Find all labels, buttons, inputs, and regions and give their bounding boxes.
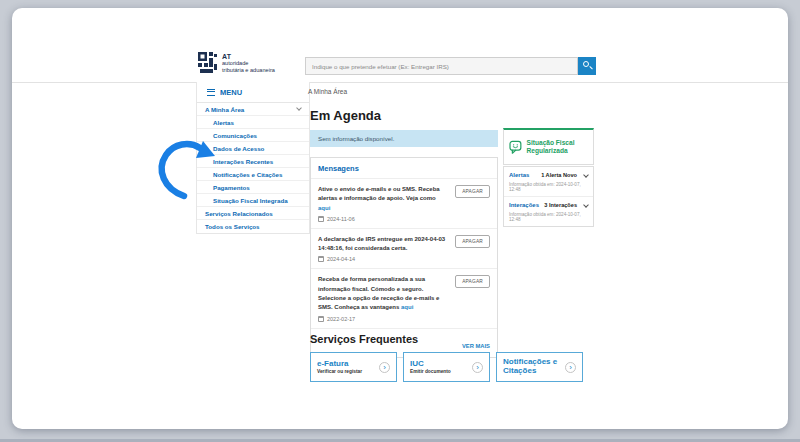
sidebar-menu: MENU A Minha Área Alertas Comunicações D…	[196, 82, 310, 234]
hamburger-icon	[207, 89, 215, 96]
aqui-link[interactable]: aqui	[318, 205, 330, 211]
chevron-right-icon: ›	[379, 362, 390, 373]
service-card-notificacoes[interactable]: Notificações e Citações ›	[496, 352, 583, 382]
menu-toggle[interactable]: MENU	[197, 82, 309, 103]
chevron-down-icon	[583, 172, 589, 178]
message-item: Receba de forma personalizada a sua info…	[311, 269, 497, 328]
smiley-bubble-icon	[509, 137, 523, 158]
chevron-down-icon	[296, 105, 302, 111]
chevron-down-icon	[583, 202, 589, 208]
agenda-empty-notice: Sem informação disponível.	[310, 130, 498, 147]
calendar-icon	[318, 256, 324, 262]
sidebar-item-notificacoes-citacoes[interactable]: Notificações e Citações	[197, 168, 309, 181]
delete-message-button[interactable]: APAGAR	[455, 235, 490, 248]
sidebar-item-servicos-relacionados[interactable]: Serviços Relacionados	[197, 207, 309, 220]
message-text: A declaração de IRS entregue em 2024-04-…	[318, 235, 449, 254]
fiscal-interacoes-row[interactable]: Interações 3 Interações	[504, 197, 593, 210]
ver-mais-link[interactable]: VER MAIS	[462, 343, 490, 349]
fiscal-info-timestamp: Informação obtida em: 2024-10-07, 12:48	[504, 180, 593, 197]
at-logo-icon	[198, 52, 218, 74]
calendar-icon	[318, 216, 324, 222]
delete-message-button[interactable]: APAGAR	[455, 185, 490, 198]
search-input[interactable]	[305, 57, 578, 75]
messages-panel: Mensagens Ative o envio de e-mails e ou …	[310, 157, 498, 358]
frequent-services-title: Serviços Frequentes	[310, 333, 418, 345]
search-icon	[583, 61, 589, 67]
message-date: 2024-11-06	[318, 216, 449, 222]
service-card-iuc[interactable]: IUC Emitir documento ›	[403, 352, 490, 382]
service-card-efatura[interactable]: e-Fatura Verificar ou registar ›	[310, 352, 397, 382]
messages-title: Mensagens	[311, 158, 497, 179]
header-divider	[12, 82, 788, 83]
fiscal-info-timestamp: Informação obtida em: 2024-10-07, 12:48	[504, 210, 593, 226]
sidebar-item-comunicacoes[interactable]: Comunicações	[197, 129, 309, 142]
fiscal-status-title: Situação Fiscal Regularizada	[527, 139, 588, 155]
sidebar-item-alertas[interactable]: Alertas	[197, 116, 309, 129]
menu-label: MENU	[220, 88, 242, 97]
sidebar-item-dados-de-acesso[interactable]: Dados de Acesso	[197, 142, 309, 155]
search-button[interactable]	[578, 57, 596, 75]
breadcrumb: A Minha Área	[308, 88, 347, 95]
sidebar-item-situacao-fiscal-integrada[interactable]: Situação Fiscal Integrada	[197, 194, 309, 207]
aqui-link[interactable]: aqui	[401, 304, 413, 310]
message-date: 2024-04-14	[318, 256, 449, 262]
sidebar-item-todos-os-servicos[interactable]: Todos os Serviços	[197, 220, 309, 233]
message-date: 2022-02-17	[318, 316, 449, 322]
page-title: Em Agenda	[310, 108, 381, 123]
message-item: A declaração de IRS entregue em 2024-04-…	[311, 229, 497, 270]
portal-window: AT autoridade tributária e aduaneira MEN…	[12, 8, 788, 429]
logo-line2: tributária e aduaneira	[222, 67, 275, 74]
sidebar-item-pagamentos[interactable]: Pagamentos	[197, 181, 309, 194]
fiscal-accordion: Alertas 1 Alerta Novo Informação obtida …	[503, 166, 594, 227]
delete-message-button[interactable]: APAGAR	[455, 275, 490, 288]
at-logo[interactable]: AT autoridade tributária e aduaneira	[198, 52, 275, 74]
chevron-right-icon: ›	[472, 362, 483, 373]
logo-line1: autoridade	[222, 60, 275, 67]
search-bar	[305, 57, 596, 75]
message-text: Receba de forma personalizada a sua info…	[318, 275, 449, 312]
logo-acronym: AT	[222, 53, 275, 60]
calendar-icon	[318, 316, 324, 322]
sidebar-item-a-minha-area[interactable]: A Minha Área	[197, 103, 309, 116]
message-item: Ative o envio de e-mails e ou SMS. Receb…	[311, 179, 497, 229]
chevron-right-icon: ›	[565, 362, 576, 373]
fiscal-alertas-row[interactable]: Alertas 1 Alerta Novo	[504, 167, 593, 180]
sidebar-item-interacoes-recentes[interactable]: Interações Recentes	[197, 155, 309, 168]
message-text: Ative o envio de e-mails e ou SMS. Receb…	[318, 185, 449, 213]
fiscal-status-card: Situação Fiscal Regularizada	[503, 128, 594, 165]
